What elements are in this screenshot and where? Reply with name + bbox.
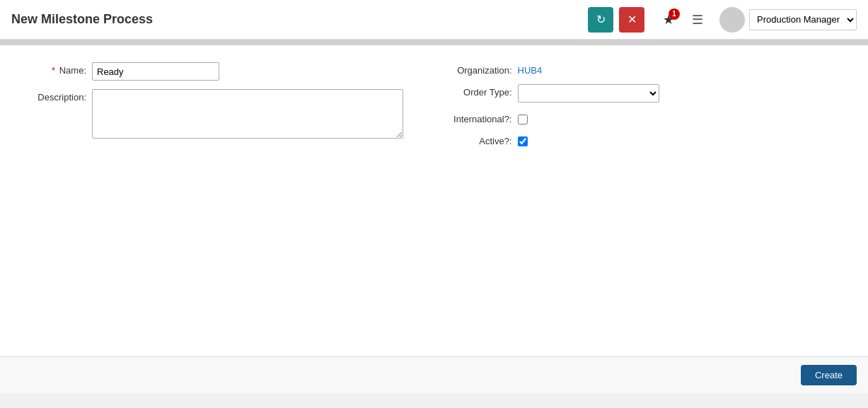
name-input[interactable] [92, 62, 219, 81]
footer: Create [0, 356, 868, 393]
notification-bell[interactable]: ★ 1 [656, 7, 681, 33]
create-button[interactable]: Create [801, 365, 857, 385]
order-type-row: Order Type: [449, 84, 846, 103]
user-section: Production Manager [719, 7, 857, 33]
description-label: Description: [23, 89, 86, 103]
active-checkbox[interactable] [518, 136, 528, 146]
description-input[interactable] [92, 89, 403, 139]
form-right: Organization: HUB4 Order Type: Internati… [449, 62, 846, 146]
active-label: Active?: [449, 133, 512, 146]
required-marker: * [52, 65, 55, 76]
close-button[interactable]: ✕ [619, 7, 644, 33]
description-row: Description: [23, 89, 420, 139]
page-title: New Milestone Process [11, 12, 588, 27]
international-checkbox[interactable] [518, 115, 528, 124]
avatar [719, 7, 745, 33]
close-icon: ✕ [627, 13, 637, 26]
international-label: International?: [449, 111, 512, 124]
international-row: International?: [449, 111, 846, 124]
name-label: * Name: [23, 62, 86, 76]
org-value: HUB4 [518, 62, 543, 76]
order-type-select[interactable] [518, 84, 659, 103]
name-row: * Name: [23, 62, 420, 81]
menu-icon[interactable]: ☰ [687, 7, 708, 33]
active-row: Active?: [449, 133, 846, 146]
refresh-button[interactable]: ↻ [588, 7, 613, 33]
form-left: * Name: Description: [23, 62, 420, 146]
toolbar-separator [0, 40, 868, 45]
org-label: Organization: [449, 62, 512, 76]
org-row: Organization: HUB4 [449, 62, 846, 76]
header: New Milestone Process ↻ ✕ ★ 1 ☰ Producti… [0, 0, 868, 40]
order-type-label: Order Type: [449, 84, 512, 98]
header-actions: ↻ ✕ ★ 1 ☰ Production Manager [588, 7, 857, 33]
notification-badge: 1 [669, 8, 680, 20]
hamburger-icon: ☰ [692, 12, 703, 28]
user-role-select[interactable]: Production Manager [749, 9, 857, 30]
main-content: * Name: Description: Organization: HUB4 … [0, 45, 868, 356]
refresh-icon: ↻ [596, 13, 606, 26]
form-section: * Name: Description: Organization: HUB4 … [23, 62, 845, 146]
